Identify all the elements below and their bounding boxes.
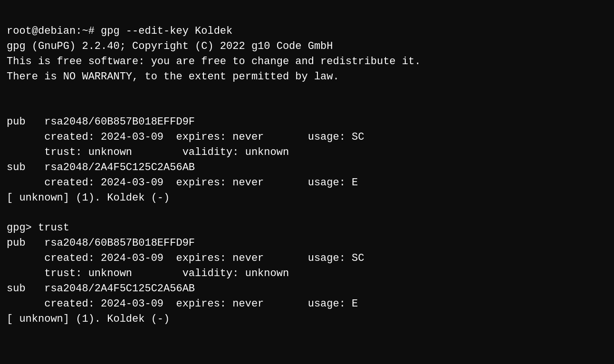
terminal-line	[7, 206, 607, 221]
terminal-line: created: 2024-03-09 expires: never usage…	[7, 130, 607, 145]
terminal-line: created: 2024-03-09 expires: never usage…	[7, 297, 607, 312]
terminal-line	[7, 84, 607, 99]
terminal-line: pub rsa2048/60B857B018EFFD9F	[7, 115, 607, 130]
terminal-line: created: 2024-03-09 expires: never usage…	[7, 175, 607, 191]
terminal-line: trust: unknown validity: unknown	[7, 145, 607, 160]
terminal-line: There is NO WARRANTY, to the extent perm…	[7, 69, 607, 85]
terminal-line: [ unknown] (1). Koldek (-)	[7, 312, 607, 327]
terminal-line: trust: unknown validity: unknown	[7, 266, 607, 281]
terminal-line: sub rsa2048/2A4F5C125C2A56AB	[7, 160, 607, 175]
terminal-line	[7, 99, 607, 115]
terminal-line: gpg (GnuPG) 2.2.40; Copyright (C) 2022 g…	[7, 39, 607, 54]
terminal-line: gpg> trust	[7, 220, 607, 236]
terminal-line: created: 2024-03-09 expires: never usage…	[7, 251, 607, 266]
terminal-line: root@debian:~# gpg --edit-key Koldek	[7, 24, 607, 39]
terminal-line: pub rsa2048/60B857B018EFFD9F	[7, 236, 607, 251]
terminal-output: root@debian:~# gpg --edit-key Koldekgpg …	[7, 9, 607, 327]
terminal-line: sub rsa2048/2A4F5C125C2A56AB	[7, 281, 607, 297]
terminal-line: This is free software: you are free to c…	[7, 54, 607, 69]
terminal-line: [ unknown] (1). Koldek (-)	[7, 191, 607, 206]
